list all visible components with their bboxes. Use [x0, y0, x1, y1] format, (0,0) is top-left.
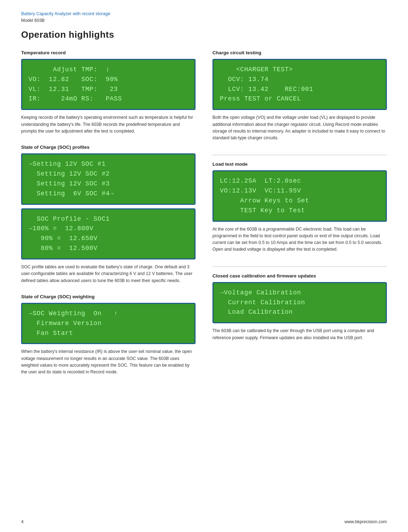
lcd-line: VO:12.13V VC:11.95V [220, 186, 379, 196]
lcd-temperature: Adjust TMP: ↕ VO: 12.82 SOC: 90% VL: 12.… [21, 59, 196, 110]
section-title-temperature: Temperature record [21, 50, 196, 55]
lcd-line: →Setting 12V SOC #1 [29, 159, 188, 169]
section-desc-load: At the core of the 603B is a programmabl… [212, 226, 387, 253]
lcd-line: Arrow Keys to Set [220, 196, 379, 206]
lcd-soc-2: SOC Profile - SOC1 →100% = 12.800V 90% =… [21, 208, 196, 260]
lcd-load: LC:12.25A LT:2.0sec VO:12.13V VC:11.95V … [212, 170, 387, 222]
section-title-load: Load test mode [212, 161, 387, 167]
lcd-line: Current Calibration [220, 298, 379, 308]
section-soc-weighting: State of Charge (SOC) weighting →SOC Wei… [21, 294, 196, 376]
page-wrapper: Battery Capacity Analyzer with record st… [0, 0, 408, 532]
lcd-line: LC:12.25A LT:2.0sec [220, 176, 379, 186]
section-charge-circuit: Charge circuit testing <CHARGER TEST> OC… [212, 50, 387, 141]
section-title-soc-profiles: State of Charge (SOC) profiles [21, 145, 196, 150]
lcd-line: VL: 12.31 TMP: 23 [29, 85, 188, 94]
lcd-line: Press TEST or CANCEL [220, 94, 379, 104]
lcd-line: Setting 6V SOC #4→ [29, 189, 188, 199]
section-desc-soc-profiles: SOC profile tables are used to evaluate … [21, 264, 196, 284]
lcd-line: IR: 24mΩ RS: PASS [29, 94, 188, 104]
lcd-line: 90% = 12.650V [29, 234, 188, 244]
lcd-line: SOC Profile - SOC1 [29, 214, 188, 224]
lcd-line: Firmware Version [29, 319, 188, 329]
lcd-line: Adjust TMP: ↕ [29, 65, 188, 75]
section-load-test: Load test mode LC:12.25A LT:2.0sec VO:12… [212, 161, 387, 253]
soc-screens: →Setting 12V SOC #1 Setting 12V SOC #2 S… [21, 153, 196, 264]
lcd-line: Fan Start [29, 329, 188, 338]
footer-page-number: 4 [21, 519, 24, 524]
section-temperature-record: Temperature record Adjust TMP: ↕ VO: 12.… [21, 50, 196, 135]
section-desc-closed-case: The 603B can be calibrated by the user t… [212, 328, 387, 341]
main-content: Temperature record Adjust TMP: ↕ VO: 12.… [21, 50, 387, 386]
lcd-closed-case: →Voltage Calibration Current Calibration… [212, 282, 387, 324]
header-brand: Battery Capacity Analyzer with record st… [21, 11, 387, 17]
lcd-line: LCV: 13.42 REC:001 [220, 85, 379, 94]
section-title-charge: Charge circuit testing [212, 50, 387, 55]
lcd-line: →100% = 12.800V [29, 224, 188, 234]
divider-2 [212, 267, 387, 267]
divider-1 [212, 155, 387, 155]
section-closed-case: Closed case calibration and firmware upd… [212, 273, 387, 341]
footer: 4 www.bkprecision.com [21, 519, 387, 524]
lcd-line: →Voltage Calibration [220, 288, 379, 298]
lcd-line: Setting 12V SOC #2 [29, 169, 188, 179]
lcd-soc-1: →Setting 12V SOC #1 Setting 12V SOC #2 S… [21, 153, 196, 205]
lcd-line: 80% = 12.500V [29, 244, 188, 253]
section-desc-temperature: Keeping records of the battery's operati… [21, 114, 196, 135]
lcd-line: OCV: 13.74 [220, 75, 379, 85]
lcd-line: Setting 12V SOC #3 [29, 179, 188, 189]
page-title: Operation highlights [21, 29, 387, 40]
lcd-soc-weighting: →SOC Weighting On ↑ Firmware Version Fan… [21, 303, 196, 344]
section-soc-profiles: State of Charge (SOC) profiles →Setting … [21, 145, 196, 284]
footer-website: www.bkprecision.com [345, 519, 387, 524]
right-column: Charge circuit testing <CHARGER TEST> OC… [212, 50, 387, 386]
lcd-line: →SOC Weighting On ↑ [29, 309, 188, 319]
lcd-line: TEST Key to Test [220, 206, 379, 216]
header-model: Model 603B [21, 18, 387, 23]
section-desc-soc-weighting: When the battery's internal resistance (… [21, 348, 196, 375]
lcd-charge: <CHARGER TEST> OCV: 13.74 LCV: 13.42 REC… [212, 59, 387, 110]
left-column: Temperature record Adjust TMP: ↕ VO: 12.… [21, 50, 196, 386]
section-title-soc-weighting: State of Charge (SOC) weighting [21, 294, 196, 299]
lcd-line: Load Calibration [220, 307, 379, 317]
section-desc-charge: Both the open voltage (VO) and the volta… [212, 114, 387, 141]
lcd-line: <CHARGER TEST> [220, 65, 379, 75]
lcd-line: VO: 12.82 SOC: 90% [29, 75, 188, 85]
section-title-closed-case: Closed case calibration and firmware upd… [212, 273, 387, 279]
